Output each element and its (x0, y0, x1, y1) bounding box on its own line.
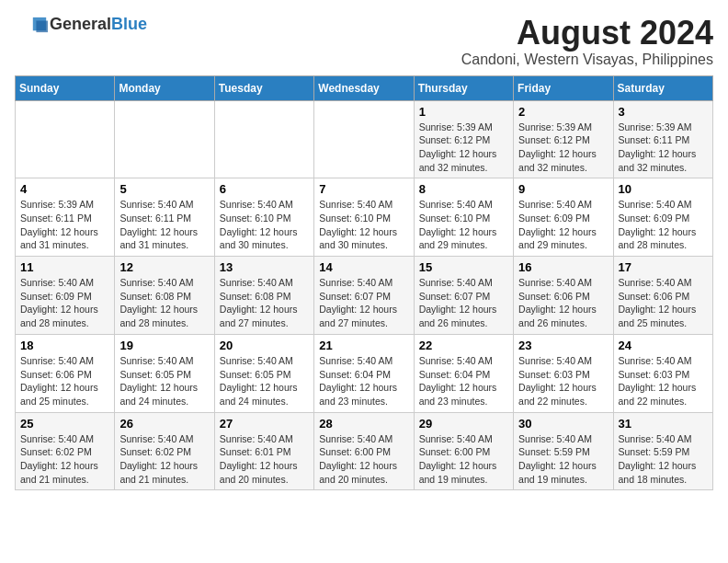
day-info: Sunrise: 5:40 AMSunset: 6:08 PMDaylight:… (119, 276, 209, 330)
day-info: Sunrise: 5:40 AMSunset: 6:10 PMDaylight:… (319, 198, 408, 252)
table-row: 28Sunrise: 5:40 AMSunset: 6:00 PMDayligh… (314, 412, 414, 490)
col-friday: Friday (514, 75, 613, 100)
day-number: 1 (419, 105, 508, 119)
day-info: Sunrise: 5:40 AMSunset: 5:59 PMDaylight:… (619, 432, 708, 487)
day-number: 18 (20, 339, 109, 352)
table-row: 16Sunrise: 5:40 AMSunset: 6:06 PMDayligh… (514, 257, 613, 335)
day-number: 24 (619, 339, 708, 352)
day-number: 4 (20, 182, 109, 196)
col-thursday: Thursday (414, 75, 513, 100)
table-row: 26Sunrise: 5:40 AMSunset: 6:02 PMDayligh… (115, 412, 214, 490)
logo: GeneralBlue (15, 15, 147, 34)
day-number: 21 (319, 339, 408, 352)
day-number: 31 (619, 417, 708, 431)
day-info: Sunrise: 5:40 AMSunset: 6:00 PMDaylight:… (319, 432, 408, 487)
table-row: 29Sunrise: 5:40 AMSunset: 6:00 PMDayligh… (414, 412, 513, 490)
day-number: 8 (419, 182, 508, 196)
day-info: Sunrise: 5:39 AMSunset: 6:11 PMDaylight:… (619, 121, 708, 175)
calendar-week-row: 25Sunrise: 5:40 AMSunset: 6:02 PMDayligh… (16, 412, 713, 490)
col-saturday: Saturday (613, 75, 712, 100)
calendar-week-row: 18Sunrise: 5:40 AMSunset: 6:06 PMDayligh… (16, 334, 713, 412)
table-row (314, 100, 414, 178)
table-row: 20Sunrise: 5:40 AMSunset: 6:05 PMDayligh… (214, 334, 313, 412)
logo-blue: Blue (111, 15, 147, 33)
table-row: 9Sunrise: 5:40 AMSunset: 6:09 PMDaylight… (514, 178, 613, 257)
table-row: 12Sunrise: 5:40 AMSunset: 6:08 PMDayligh… (115, 257, 214, 335)
table-row: 25Sunrise: 5:40 AMSunset: 6:02 PMDayligh… (16, 412, 115, 490)
day-number: 27 (220, 417, 309, 431)
day-number: 17 (619, 260, 708, 274)
table-row (16, 100, 115, 178)
day-number: 9 (518, 182, 608, 196)
table-row: 30Sunrise: 5:40 AMSunset: 5:59 PMDayligh… (514, 412, 613, 490)
table-row: 7Sunrise: 5:40 AMSunset: 6:10 PMDaylight… (314, 178, 414, 257)
calendar-week-row: 11Sunrise: 5:40 AMSunset: 6:09 PMDayligh… (16, 257, 713, 335)
table-row: 17Sunrise: 5:40 AMSunset: 6:06 PMDayligh… (613, 257, 712, 335)
col-tuesday: Tuesday (214, 75, 313, 100)
table-row: 22Sunrise: 5:40 AMSunset: 6:04 PMDayligh… (414, 334, 513, 412)
table-row: 18Sunrise: 5:40 AMSunset: 6:06 PMDayligh… (16, 334, 115, 412)
day-number: 25 (20, 417, 109, 431)
day-info: Sunrise: 5:39 AMSunset: 6:12 PMDaylight:… (419, 121, 508, 175)
table-row: 14Sunrise: 5:40 AMSunset: 6:07 PMDayligh… (314, 257, 414, 335)
day-number: 16 (518, 260, 608, 274)
day-number: 12 (119, 260, 209, 274)
header: GeneralBlue August 2024 Candoni, Western… (15, 15, 713, 68)
day-number: 13 (220, 260, 309, 274)
day-number: 19 (119, 339, 209, 352)
day-number: 6 (220, 182, 309, 196)
table-row (115, 100, 214, 178)
day-info: Sunrise: 5:39 AMSunset: 6:11 PMDaylight:… (20, 198, 109, 252)
day-info: Sunrise: 5:40 AMSunset: 6:10 PMDaylight:… (220, 198, 309, 252)
day-info: Sunrise: 5:40 AMSunset: 6:06 PMDaylight:… (619, 276, 708, 330)
day-number: 26 (119, 417, 209, 431)
day-info: Sunrise: 5:40 AMSunset: 6:01 PMDaylight:… (220, 432, 309, 487)
day-info: Sunrise: 5:39 AMSunset: 6:12 PMDaylight:… (518, 121, 608, 175)
table-row: 5Sunrise: 5:40 AMSunset: 6:11 PMDaylight… (115, 178, 214, 257)
day-info: Sunrise: 5:40 AMSunset: 6:06 PMDaylight:… (20, 354, 109, 408)
table-row: 24Sunrise: 5:40 AMSunset: 6:03 PMDayligh… (613, 334, 712, 412)
day-info: Sunrise: 5:40 AMSunset: 6:05 PMDaylight:… (119, 354, 209, 408)
table-row: 31Sunrise: 5:40 AMSunset: 5:59 PMDayligh… (613, 412, 712, 490)
table-row: 6Sunrise: 5:40 AMSunset: 6:10 PMDaylight… (214, 178, 313, 257)
table-row: 1Sunrise: 5:39 AMSunset: 6:12 PMDaylight… (414, 100, 513, 178)
day-info: Sunrise: 5:40 AMSunset: 6:07 PMDaylight:… (419, 276, 508, 330)
calendar-header-row: Sunday Monday Tuesday Wednesday Thursday… (16, 75, 713, 100)
col-wednesday: Wednesday (314, 75, 414, 100)
col-monday: Monday (115, 75, 214, 100)
day-info: Sunrise: 5:40 AMSunset: 6:03 PMDaylight:… (619, 354, 708, 408)
day-info: Sunrise: 5:40 AMSunset: 6:09 PMDaylight:… (518, 198, 608, 252)
table-row: 8Sunrise: 5:40 AMSunset: 6:10 PMDaylight… (414, 178, 513, 257)
title-area: August 2024 Candoni, Western Visayas, Ph… (461, 15, 713, 68)
day-info: Sunrise: 5:40 AMSunset: 6:06 PMDaylight:… (518, 276, 608, 330)
day-info: Sunrise: 5:40 AMSunset: 6:07 PMDaylight:… (319, 276, 408, 330)
day-info: Sunrise: 5:40 AMSunset: 6:02 PMDaylight:… (119, 432, 209, 487)
day-number: 29 (419, 417, 508, 431)
table-row: 19Sunrise: 5:40 AMSunset: 6:05 PMDayligh… (115, 334, 214, 412)
day-number: 2 (518, 105, 608, 119)
table-row (214, 100, 313, 178)
calendar-week-row: 1Sunrise: 5:39 AMSunset: 6:12 PMDaylight… (16, 100, 713, 178)
day-number: 14 (319, 260, 408, 274)
day-number: 20 (220, 339, 309, 352)
svg-marker-1 (36, 20, 48, 32)
day-number: 22 (419, 339, 508, 352)
page-subtitle: Candoni, Western Visayas, Philippines (461, 52, 713, 68)
day-info: Sunrise: 5:40 AMSunset: 6:02 PMDaylight:… (20, 432, 109, 487)
day-info: Sunrise: 5:40 AMSunset: 6:04 PMDaylight:… (419, 354, 508, 408)
day-number: 30 (518, 417, 608, 431)
table-row: 4Sunrise: 5:39 AMSunset: 6:11 PMDaylight… (16, 178, 115, 257)
day-info: Sunrise: 5:40 AMSunset: 6:09 PMDaylight:… (20, 276, 109, 330)
day-number: 7 (319, 182, 408, 196)
table-row: 3Sunrise: 5:39 AMSunset: 6:11 PMDaylight… (613, 100, 712, 178)
table-row: 27Sunrise: 5:40 AMSunset: 6:01 PMDayligh… (214, 412, 313, 490)
day-number: 11 (20, 260, 109, 274)
calendar-week-row: 4Sunrise: 5:39 AMSunset: 6:11 PMDaylight… (16, 178, 713, 257)
calendar: Sunday Monday Tuesday Wednesday Thursday… (15, 75, 713, 491)
table-row: 10Sunrise: 5:40 AMSunset: 6:09 PMDayligh… (613, 178, 712, 257)
day-number: 3 (619, 105, 708, 119)
day-info: Sunrise: 5:40 AMSunset: 6:08 PMDaylight:… (220, 276, 309, 330)
day-info: Sunrise: 5:40 AMSunset: 6:00 PMDaylight:… (419, 432, 508, 487)
logo-general: General (50, 15, 111, 33)
day-info: Sunrise: 5:40 AMSunset: 6:03 PMDaylight:… (518, 354, 608, 408)
